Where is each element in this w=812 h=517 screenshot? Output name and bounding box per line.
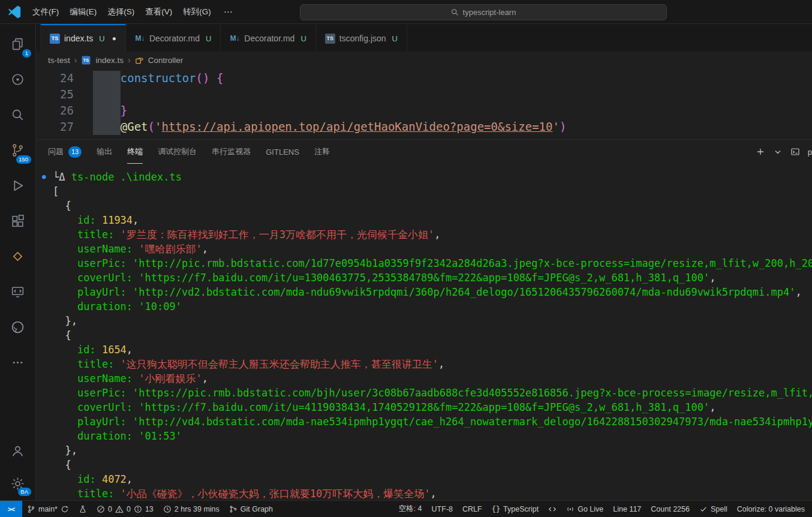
line-number: 24 [36, 70, 74, 86]
sync-icon [61, 505, 69, 513]
terminal-profile-label-clipped[interactable]: p [808, 148, 812, 157]
ts-file-icon: TS [50, 34, 60, 44]
panel-tab-4[interactable]: 串行监视器 [212, 140, 251, 164]
panel-tab-3[interactable]: 调试控制台 [158, 140, 197, 164]
menu-item-0[interactable]: 文件(F) [27, 0, 64, 24]
panel-tab-6[interactable]: 注释 [314, 140, 330, 164]
eol-status[interactable]: CRLF [458, 501, 487, 517]
terminal-line: duration: '01:53' [53, 429, 812, 443]
settings-button[interactable]: BA [0, 467, 36, 500]
line-status[interactable]: Line 117 [608, 501, 646, 517]
editor-line[interactable]: 27 @Get('https://api.apiopen.top/api/get… [36, 119, 812, 135]
count-status[interactable]: Count 2256 [646, 501, 694, 517]
colorize-label: Colorize: 0 variables [737, 505, 805, 513]
bottom-panel: 问题13输出终端调试控制台串行监视器GITLENS注释 p ●└Δ ts-nod… [36, 139, 812, 500]
panel-tab-5[interactable]: GITLENS [266, 140, 299, 164]
tab-bar: TSindex.tsU●M↓Decorator.mdUM↓Decorator.m… [36, 24, 812, 52]
code-brackets-status[interactable] [543, 501, 561, 517]
circle-icon [10, 72, 25, 87]
language-status[interactable]: {} TypeScript [487, 501, 544, 517]
menu-item-4[interactable]: 转到(G) [178, 0, 216, 24]
breadcrumb-folder[interactable]: ts-test [48, 56, 70, 65]
problems-status[interactable]: 0 0 13 [92, 501, 158, 517]
git-status-badge: U [392, 34, 398, 43]
tab-bar-spacer [36, 24, 41, 52]
indent-status[interactable]: 空格: 4 [394, 501, 427, 517]
go-live-label: Go Live [578, 505, 603, 513]
sidebar-item-remote-explorer[interactable] [0, 274, 36, 309]
branch-status[interactable]: main* [22, 501, 74, 517]
count-label: Count 2256 [651, 505, 690, 513]
extension-status[interactable] [74, 501, 92, 517]
git-graph-button[interactable]: Git Graph [224, 501, 278, 517]
sidebar-item-source-control[interactable]: 150 [0, 133, 36, 168]
terminal-line: coverUrl: 'https://f7.baidu.com/it/u=130… [53, 270, 812, 285]
terminal-line: userName: '嘿哈剧乐部', [53, 242, 812, 256]
terminal-line: { [53, 328, 812, 342]
terminal-panel-icon[interactable] [790, 147, 800, 157]
editor-line[interactable]: 25 [36, 86, 812, 103]
md-file-icon: M↓ [135, 34, 145, 44]
go-live-button[interactable]: Go Live [561, 501, 608, 517]
dirty-indicator[interactable]: ● [112, 34, 116, 43]
editor-tab-2[interactable]: M↓Decorator.mdU [221, 24, 315, 52]
menu-item-2[interactable]: 选择(S) [102, 0, 140, 24]
menu-item-1[interactable]: 编辑(E) [64, 0, 102, 24]
chevron-down-icon[interactable] [773, 147, 783, 157]
line-label: Line 117 [613, 505, 641, 513]
panel-header: 问题13输出终端调试控制台串行监视器GITLENS注释 p [36, 140, 812, 164]
wakatime-status[interactable]: 2 hrs 39 mins [158, 501, 224, 517]
panel-tab-label: 问题 [48, 146, 64, 157]
panel-tab-label: 串行监视器 [212, 146, 251, 157]
sidebar-item-github[interactable] [0, 309, 36, 345]
menu-bar: 文件(F)编辑(E)选择(S)查看(V)转到(G) [27, 0, 216, 23]
git-status-badge: U [206, 34, 211, 43]
colorize-status[interactable]: Colorize: 0 variables [732, 501, 810, 517]
panel-tab-label: GITLENS [266, 148, 299, 157]
search-icon [451, 8, 459, 16]
encoding-status[interactable]: UTF-8 [427, 501, 458, 517]
sidebar-item-extensions[interactable] [0, 203, 36, 239]
editor-line[interactable]: 26 } [36, 103, 812, 119]
sidebar-item-explorer[interactable]: 1 [0, 26, 36, 62]
editor-tab-0[interactable]: TSindex.tsU● [41, 24, 126, 52]
terminal-line: { [53, 199, 812, 213]
sidebar-item-run-debug[interactable] [0, 168, 36, 203]
code-editor[interactable]: 24 constructor() {2526 }27 @Get('https:/… [36, 68, 812, 139]
terminal-line: title: '这只狗太聪明不但会帮主人掰玉米还会帮助主人推车，甚至很讲卫生', [53, 357, 812, 371]
editor-tab-1[interactable]: M↓Decorator.mdU [126, 24, 221, 52]
terminal-output: ●└Δ ts-node .\index.ts[ { id: 11934, tit… [53, 170, 812, 500]
menu-more-button[interactable]: ⋯ [216, 7, 240, 17]
code-brackets-icon [548, 505, 557, 513]
panel-tab-1[interactable]: 输出 [97, 140, 112, 164]
sidebar-item-circle-tool[interactable] [0, 62, 36, 97]
line-number: 27 [36, 119, 74, 135]
sidebar-item-more-views[interactable] [0, 345, 36, 380]
language-label: TypeScript [503, 505, 539, 513]
editor-line[interactable]: 24 constructor() { [36, 70, 812, 86]
new-terminal-button[interactable] [756, 147, 765, 157]
breadcrumb-symbol[interactable]: Controller [148, 56, 184, 65]
warning-icon [115, 505, 124, 513]
terminal[interactable]: ●└Δ ts-node .\index.ts[ { id: 11934, tit… [36, 164, 812, 500]
run-debug-icon [10, 178, 25, 193]
command-decoration-dot[interactable]: ● [42, 170, 46, 184]
terminal-line: id: 11934, [53, 213, 812, 227]
menu-item-3[interactable]: 查看(V) [140, 0, 178, 24]
indent-label: 空格: 4 [399, 504, 422, 514]
sidebar-item-extension-diamond[interactable] [0, 239, 36, 274]
terminal-line: userName: '小刚看娱乐', [53, 371, 812, 386]
panel-tab-label: 调试控制台 [158, 146, 197, 157]
check-icon [699, 505, 708, 513]
panel-tab-2[interactable]: 终端 [127, 140, 143, 164]
breadcrumb-file[interactable]: index.ts [95, 56, 124, 65]
command-center-search[interactable]: typescript-learn [300, 4, 667, 20]
panel-tab-0[interactable]: 问题13 [48, 140, 82, 164]
editor-tab-3[interactable]: TStsconfig.jsonU [316, 24, 407, 52]
account-button[interactable] [0, 434, 36, 467]
sidebar-item-search[interactable] [0, 97, 36, 133]
files-icon [10, 37, 25, 52]
spell-status[interactable]: Spell [694, 501, 732, 517]
remote-indicator[interactable]: >< [0, 501, 22, 517]
source-control-badge: 150 [16, 155, 31, 164]
